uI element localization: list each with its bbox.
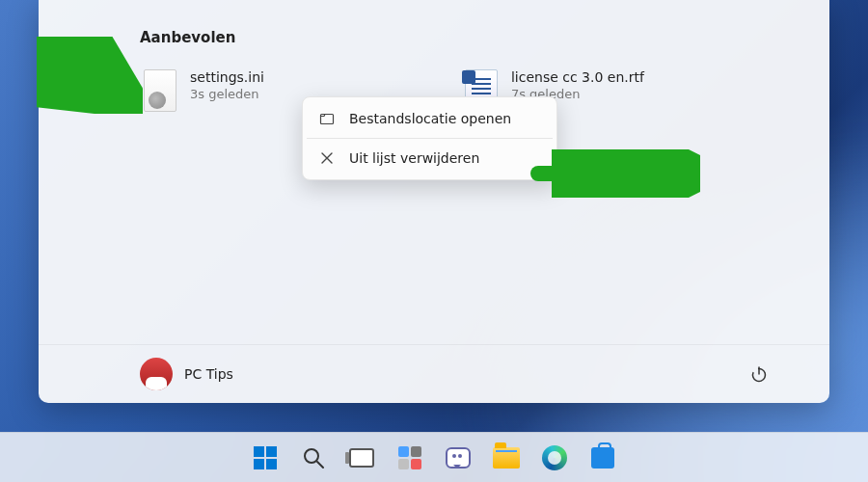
taskbar-widgets-button[interactable] [390,438,430,478]
taskbar-start-button[interactable] [245,438,285,478]
widgets-icon [398,446,421,469]
recommended-heading: Aanbevolen [39,0,829,46]
taskbar-store-button[interactable] [583,438,623,478]
taskbar-search-button[interactable] [293,438,334,478]
taskbar-task-view-button[interactable] [341,438,382,478]
avatar [140,358,173,390]
power-button[interactable] [742,357,776,391]
context-divider [307,138,553,139]
search-icon [301,445,326,470]
windows-logo-icon [254,446,277,469]
svg-point-3 [305,449,318,463]
user-account-button[interactable]: PC Tips [140,358,233,390]
file-name: license cc 3.0 en.rtf [511,69,644,85]
file-name: settings.ini [190,69,264,85]
close-icon [318,151,336,165]
edge-icon [542,445,567,470]
user-name: PC Tips [184,366,233,382]
context-item-label: Bestandslocatie openen [349,111,511,126]
start-menu-panel: Aanbevolen settings.ini 3s geleden licen… [39,0,829,403]
file-time: 3s geleden [190,87,264,101]
store-icon [591,447,614,469]
taskbar [0,432,868,482]
power-icon [749,364,769,384]
file-icon-ini [144,69,176,112]
folder-icon [493,447,520,469]
taskbar-file-explorer-button[interactable] [486,438,527,478]
chat-icon [446,447,471,469]
recommended-item-settings-ini[interactable]: settings.ini 3s geleden [140,66,268,116]
context-remove-from-list[interactable]: Uit lijst verwijderen [307,141,553,175]
taskbar-edge-button[interactable] [534,438,575,478]
context-open-file-location[interactable]: Bestandslocatie openen [307,101,553,136]
svg-line-4 [317,462,323,468]
context-item-label: Uit lijst verwijderen [349,150,479,166]
context-menu: Bestandslocatie openen Uit lijst verwijd… [302,96,557,180]
task-view-icon [349,448,374,468]
start-footer: PC Tips [39,344,829,403]
folder-outline-icon [318,111,336,126]
taskbar-chat-button[interactable] [438,438,478,478]
